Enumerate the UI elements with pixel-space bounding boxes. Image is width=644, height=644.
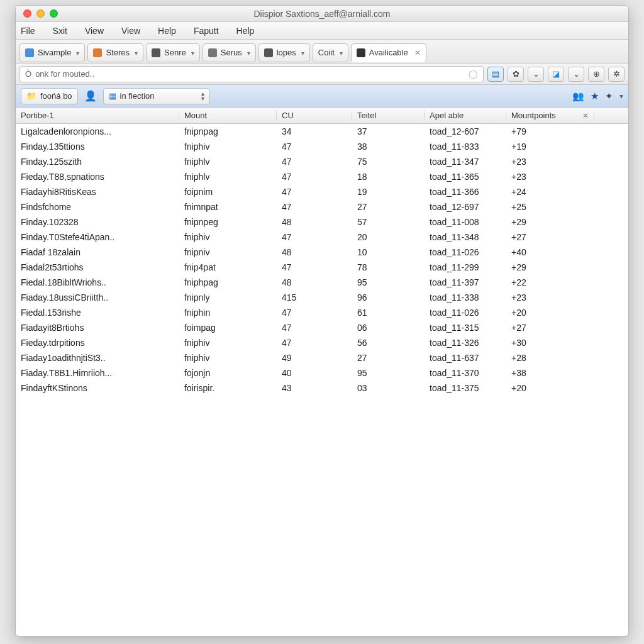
star-icon[interactable]: ★ — [591, 91, 599, 102]
cell-mount: foimpag — [179, 323, 277, 333]
tab-icon — [25, 48, 34, 57]
gear-icon[interactable]: ✲ — [608, 67, 625, 82]
cell-mountpoints: +22 — [506, 277, 594, 287]
close-tab-icon[interactable]: ✕ — [414, 48, 421, 57]
column-header[interactable]: Apel able — [425, 111, 506, 120]
cell-name: Ligalcadenloronpions... — [16, 126, 179, 136]
cell-apel: toad_11-833 — [425, 142, 506, 152]
add-user-icon[interactable]: 👥 — [572, 91, 584, 102]
minimize-icon[interactable] — [36, 9, 45, 18]
table-row[interactable]: Fiadaf 18zalainfnipniv4810toad_11-026+40 — [16, 245, 628, 260]
table-row[interactable]: Finday.102328fnipnpeg4857toad_11-008+29 — [16, 214, 628, 230]
table-row[interactable]: Ligalcadenloronpions...fnipnpag3437toad_… — [16, 124, 628, 139]
cell-name: Fiaday.T8B1.Himriioh... — [16, 368, 179, 378]
cell-teitel: 38 — [352, 142, 425, 152]
menu-view-2[interactable]: View — [121, 26, 140, 36]
cell-mount: fniphiv — [179, 338, 277, 348]
chevron-down-icon[interactable] — [133, 48, 138, 57]
table-row[interactable]: Findsfchomefnimnpat4727toad_12-697+25 — [16, 199, 628, 214]
chevron-down-icon[interactable] — [338, 48, 343, 57]
chevron-down-icon[interactable]: ▾ — [619, 92, 623, 101]
cell-cu: 415 — [277, 292, 352, 303]
cell-cu: 47 — [277, 187, 352, 197]
tab-icon — [264, 48, 273, 57]
shield-button[interactable]: ◪ — [548, 67, 564, 82]
search-row: Ò onk for mouted.. ◯ ▤ ✿ ⌄ ◪ ⌄ ⊕ ✲ — [16, 64, 628, 85]
cell-name: Fiadal2t53rtiohs — [16, 262, 179, 272]
cell-cu: 48 — [277, 217, 352, 227]
table-row[interactable]: Fiaday.18ussiCBriitth..fnipnly41596toad_… — [16, 290, 628, 305]
menu-view-1[interactable]: View — [85, 26, 104, 36]
chevron-down-icon[interactable] — [300, 48, 304, 57]
table-row[interactable]: Fieday.T88,spnationsfniphlv4718toad_11-3… — [16, 169, 628, 184]
table-row[interactable]: Fiaday1oadithnjtiSt3..fniphiv4927toad_11… — [16, 350, 628, 365]
table-row[interactable]: Fiadal2t53rtiohsfnip4pat4778toad_11-299+… — [16, 260, 628, 275]
cell-teitel: 27 — [352, 353, 425, 363]
column-header[interactable]: Teitel — [352, 111, 425, 120]
cell-cu: 47 — [277, 232, 352, 242]
column-header[interactable]: Mount — [179, 111, 277, 120]
column-header[interactable]: Mountpoints ✕ — [506, 111, 594, 120]
column-header[interactable]: CU — [277, 111, 352, 120]
chevron-down-icon[interactable] — [75, 48, 79, 57]
tab-sivample[interactable]: Sivample — [19, 43, 85, 62]
tabbar: SivampleSteresSenreSeruslopesCoiitAvaili… — [16, 40, 628, 64]
tools-icon[interactable]: ✦ — [605, 91, 613, 102]
chevron-down-icon[interactable] — [190, 48, 194, 57]
tab-steres[interactable]: Steres — [87, 43, 143, 62]
cell-mountpoints: +23 — [506, 172, 594, 182]
cell-name: Fiedal.18BibltWriohs.. — [16, 277, 179, 287]
target-button[interactable]: ⊕ — [588, 67, 604, 82]
table-row[interactable]: Finday.T0Stefe4tiApan..fniphiv4720toad_1… — [16, 230, 628, 245]
filter-button[interactable]: ▤ — [487, 67, 504, 82]
table-row[interactable]: Fiaday.T8B1.Himriioh...fojonjn4095toad_1… — [16, 365, 628, 380]
table-row[interactable]: Fiadayhi8RitisKeasfoipnim4719toad_11-366… — [16, 184, 628, 199]
tab-serus[interactable]: Serus — [203, 43, 256, 62]
close-icon[interactable] — [23, 9, 31, 18]
tab-lopes[interactable]: lopes — [258, 43, 310, 62]
menu-faputt[interactable]: Faputt — [194, 26, 219, 36]
cell-name: Finday.125szith — [16, 157, 179, 167]
menu-help-1[interactable]: Help — [158, 26, 176, 36]
cell-mount: fniphlv — [179, 157, 277, 167]
table-row[interactable]: Finday.125szithfniphlv4775toad_11-347+23 — [16, 154, 628, 169]
table-body[interactable]: Ligalcadenloronpions...fnipnpag3437toad_… — [16, 124, 628, 636]
table-row[interactable]: FindayftKStinonsfoirispir.4303toad_11-37… — [16, 380, 628, 396]
dropdown-button-1[interactable]: ⌄ — [528, 67, 544, 82]
cell-cu: 47 — [277, 157, 352, 167]
menu-file[interactable]: File — [21, 26, 35, 36]
tab-label: Senre — [164, 48, 186, 57]
tab-senre[interactable]: Senre — [146, 43, 200, 62]
table-row[interactable]: Finday.135ttionsfniphiv4738toad_11-833+1… — [16, 139, 628, 154]
cell-mountpoints: +23 — [506, 157, 594, 167]
cell-name: Fieday.T88,spnations — [16, 172, 179, 182]
zoom-icon[interactable] — [50, 9, 58, 18]
tab-coiit[interactable]: Coiit — [313, 43, 348, 62]
table-row[interactable]: Fiedal.18BibltWriohs..fniphpag4895toad_1… — [16, 275, 628, 290]
table-row[interactable]: Fiadayit8Brtiohsfoimpag4706toad_11-315+2… — [16, 320, 628, 335]
dropdown-button-2[interactable]: ⌄ — [568, 67, 584, 82]
gear-button[interactable]: ✿ — [508, 67, 524, 82]
table-row[interactable]: Fiedal.153rishefniphin4761toad_11-026+20 — [16, 305, 628, 320]
menu-help-2[interactable]: Help — [236, 26, 255, 36]
close-column-icon[interactable]: ✕ — [582, 111, 589, 120]
filter-select[interactable]: ▦ in fiection ▴▾ — [103, 88, 210, 104]
cell-mountpoints: +19 — [506, 142, 594, 152]
browse-button[interactable]: 📁 foońá bo — [21, 88, 78, 104]
chevron-down-icon[interactable] — [246, 48, 250, 57]
filter-select-label: in fiection — [120, 91, 155, 101]
cell-name: Fiadayhi8RitisKeas — [16, 187, 179, 197]
cell-mountpoints: +29 — [506, 262, 594, 272]
cell-mount: fojonjn — [179, 368, 277, 378]
user-icon[interactable]: 👤 — [84, 90, 97, 102]
search-input[interactable]: Ò onk for mouted.. ◯ — [19, 66, 484, 82]
cell-mountpoints: +38 — [506, 368, 594, 378]
column-header[interactable]: Portibe-1 — [16, 111, 179, 120]
cell-apel: toad_11-026 — [425, 308, 506, 318]
menu-sxit[interactable]: Sxit — [53, 26, 67, 36]
tab-availicable[interactable]: Availicable✕ — [351, 43, 426, 62]
table-row[interactable]: Fieday.tdrpitionsfniphiv4756toad_11-326+… — [16, 335, 628, 350]
cell-teitel: 19 — [352, 187, 425, 197]
cell-cu: 47 — [277, 338, 352, 348]
cell-mountpoints: +27 — [506, 232, 594, 242]
